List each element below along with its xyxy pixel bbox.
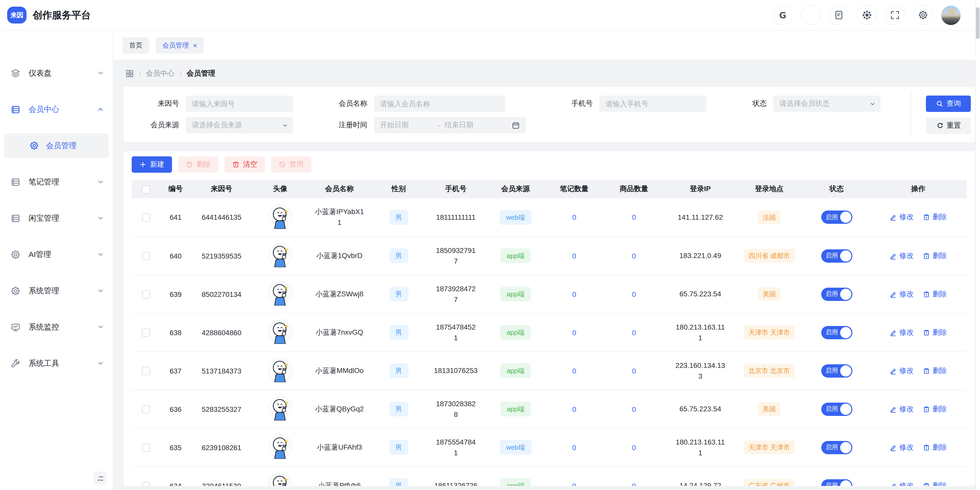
status-select[interactable]: 请选择会员状态 (773, 96, 880, 112)
window-scrollbar[interactable] (975, 0, 980, 490)
delete-row-button[interactable]: 删除 (923, 443, 947, 452)
status-toggle[interactable]: 启用 (821, 287, 852, 301)
edit-row-button[interactable]: 修改 (890, 251, 914, 260)
tab-1[interactable]: 会员管理× (156, 37, 204, 53)
note-count-link[interactable]: 0 (572, 290, 576, 298)
sidebar-item-8[interactable]: 系统工具 (0, 351, 113, 375)
edit-row-button[interactable]: 修改 (890, 328, 914, 337)
document-button[interactable] (829, 5, 849, 25)
edit-row-button[interactable]: 修改 (890, 366, 914, 375)
sidebar-item-0[interactable]: 仪表盘 (0, 61, 113, 85)
phone-input[interactable] (600, 96, 707, 112)
status-toggle-label: 启用 (826, 251, 838, 260)
table-row[interactable]: 638 4288604860 小蓝薯7nxvGQ 男 1875478452 1 … (132, 313, 967, 351)
user-avatar[interactable] (941, 5, 961, 25)
goods-count-link[interactable]: 0 (632, 328, 636, 337)
row-checkbox[interactable] (142, 329, 150, 337)
delete-row-button[interactable]: 删除 (923, 328, 947, 337)
note-count-link[interactable]: 0 (572, 367, 576, 375)
apps-grid-icon[interactable] (126, 70, 134, 78)
row-checkbox[interactable] (142, 482, 150, 486)
goods-count-link[interactable]: 0 (632, 252, 636, 260)
note-count-link[interactable]: 0 (572, 252, 576, 260)
select-all-checkbox[interactable] (142, 185, 150, 193)
sidebar-item-7[interactable]: 系统监控 (0, 315, 113, 339)
edit-row-button[interactable]: 修改 (890, 481, 914, 486)
note-count-link[interactable]: 0 (572, 405, 576, 413)
edit-row-button[interactable]: 修改 (890, 404, 914, 413)
toolbar-button-0[interactable]: 新建 (132, 156, 172, 173)
wrench-icon (11, 358, 21, 368)
table-row[interactable]: 635 6239108261 小蓝薯UFAhf3 男 1875554784 1 … (132, 428, 967, 466)
trash-icon (923, 367, 930, 374)
delete-row-button[interactable]: 删除 (923, 366, 947, 375)
row-checkbox[interactable] (142, 444, 150, 452)
theme-button[interactable] (857, 5, 877, 25)
table-row[interactable]: 639 8502270134 小蓝薯ZSWwj8 男 1873928472 7 … (132, 275, 967, 313)
delete-row-button[interactable]: 删除 (923, 404, 947, 413)
settings-button[interactable] (913, 5, 933, 25)
goods-count-link[interactable]: 0 (632, 367, 636, 375)
source-select[interactable]: 请选择会员来源 (186, 117, 293, 133)
status-toggle[interactable]: 启用 (821, 326, 852, 339)
edit-row-button[interactable]: 修改 (890, 213, 914, 222)
edit-label: 修改 (899, 404, 914, 413)
sidebar-collapse-button[interactable] (94, 472, 107, 485)
table-row[interactable]: 641 6441446135 小蓝薯IPYabX1 1 男 1811111111… (132, 198, 967, 236)
note-count-cell: 0 (546, 466, 602, 486)
table-row[interactable]: 637 5137184373 小蓝薯MMdlOo 男 18131076253 a… (132, 351, 967, 390)
end-date-placeholder[interactable]: 结束日期 (445, 121, 508, 130)
sidebar-item-6[interactable]: 系统管理 (0, 278, 113, 303)
scrollbar-thumb[interactable] (976, 7, 980, 39)
sidebar-item-4[interactable]: 闲宝管理 (0, 206, 113, 230)
goods-count-link[interactable]: 0 (632, 290, 636, 298)
sidebar-item-2[interactable]: 会员管理 (4, 133, 109, 158)
status-toggle[interactable]: 启用 (821, 249, 852, 262)
breadcrumb-item[interactable]: 会员中心 (146, 69, 175, 78)
table-row[interactable]: 640 5219359535 小蓝薯1QvbrD 男 1850932791 7 … (132, 236, 967, 275)
edit-row-button[interactable]: 修改 (890, 443, 914, 452)
member-name-input[interactable] (374, 96, 505, 112)
row-checkbox[interactable] (142, 252, 150, 260)
sidebar-item-5[interactable]: AI管理 (0, 242, 113, 267)
sidebar-item-1[interactable]: 会员中心 (0, 97, 113, 121)
gitee-button[interactable]: G (773, 5, 793, 25)
tab-close-icon[interactable]: × (193, 41, 197, 49)
delete-row-button[interactable]: 删除 (923, 289, 947, 298)
status-toggle[interactable]: 启用 (821, 479, 852, 486)
goods-count-link[interactable]: 0 (632, 443, 636, 452)
status-toggle[interactable]: 启用 (821, 402, 852, 416)
row-checkbox[interactable] (142, 405, 150, 413)
fullscreen-button[interactable] (885, 5, 905, 25)
goods-count-link[interactable]: 0 (632, 482, 636, 486)
reset-button[interactable]: 重置 (926, 117, 971, 134)
github-button[interactable] (801, 5, 821, 25)
row-checkbox[interactable] (142, 367, 150, 375)
note-count-link[interactable]: 0 (572, 328, 576, 337)
status-cell: 启用 (803, 466, 870, 486)
sidebar-item-3[interactable]: 笔记管理 (0, 170, 113, 194)
toolbar-button-2[interactable]: 清空 (224, 156, 265, 173)
status-toggle[interactable]: 启用 (821, 211, 852, 224)
table-row[interactable]: 634 3204611530 小蓝薯PtfVh5 男 18611326726 a… (132, 466, 967, 486)
delete-row-button[interactable]: 删除 (923, 213, 947, 222)
start-date-placeholder[interactable]: 开始日期 (380, 121, 434, 130)
tab-0[interactable]: 首页 (123, 37, 149, 53)
row-checkbox[interactable] (142, 214, 150, 222)
note-count-link[interactable]: 0 (572, 443, 576, 452)
edit-row-button[interactable]: 修改 (890, 289, 914, 298)
note-count-link[interactable]: 0 (572, 213, 576, 222)
register-time-range-picker[interactable]: 开始日期 - 结束日期 (374, 117, 525, 133)
status-toggle[interactable]: 启用 (821, 441, 852, 454)
table-row[interactable]: 636 5283255327 小蓝薯QByGq2 男 1873028382 8 … (132, 390, 967, 428)
laiyin-input[interactable] (186, 96, 293, 112)
delete-row-button[interactable]: 删除 (923, 251, 947, 260)
goods-count-link[interactable]: 0 (632, 405, 636, 413)
row-checkbox[interactable] (142, 290, 150, 298)
query-button[interactable]: 查询 (926, 95, 971, 112)
sidebar-item-label: 仪表盘 (29, 68, 97, 78)
note-count-link[interactable]: 0 (572, 482, 576, 486)
goods-count-link[interactable]: 0 (632, 213, 636, 222)
delete-row-button[interactable]: 删除 (923, 481, 947, 486)
status-toggle[interactable]: 启用 (821, 364, 852, 377)
